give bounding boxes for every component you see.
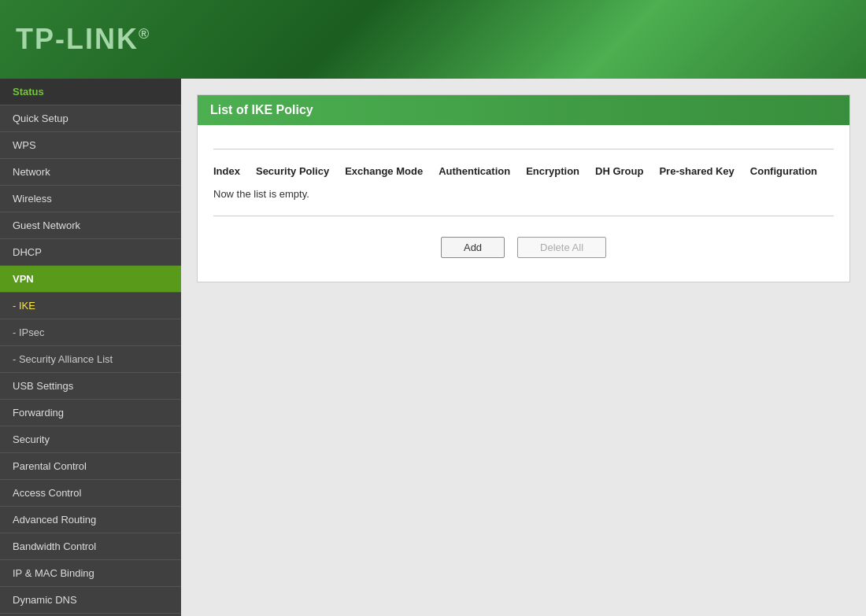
sidebar-item-ipsec[interactable]: - IPsec	[0, 319, 181, 346]
logo-text: TP-LINK	[16, 23, 139, 55]
sidebar-item-status[interactable]: Status	[0, 79, 181, 105]
divider-top	[213, 149, 834, 149]
body: StatusQuick SetupWPSNetworkWirelessGuest…	[0, 79, 866, 616]
col-header-encryption: Encryption	[526, 165, 579, 177]
col-header-security-policy: Security Policy	[256, 165, 329, 177]
logo: TP-LINK®	[16, 23, 150, 56]
sidebar-item-wps[interactable]: WPS	[0, 132, 181, 159]
sidebar-item-usb-settings[interactable]: USB Settings	[0, 373, 181, 400]
main-content: RetupoRouter.com List of IKE Policy Inde…	[181, 79, 866, 616]
page-title: List of IKE Policy	[198, 95, 849, 125]
sidebar: StatusQuick SetupWPSNetworkWirelessGuest…	[0, 79, 181, 616]
table-header: IndexSecurity PolicyExchange ModeAuthent…	[213, 162, 834, 180]
header: TP-LINK®	[0, 0, 866, 79]
col-header-exchange-mode: Exchange Mode	[345, 165, 423, 177]
sidebar-item-dhcp[interactable]: DHCP	[0, 239, 181, 266]
col-header-dh-group: DH Group	[595, 165, 643, 177]
sidebar-item-security-alliance-list[interactable]: - Security Alliance List	[0, 346, 181, 373]
add-button[interactable]: Add	[441, 237, 505, 258]
delete-all-button[interactable]: Delete All	[517, 237, 606, 258]
sidebar-item-parental-control[interactable]: Parental Control	[0, 453, 181, 480]
col-header-index: Index	[213, 165, 240, 177]
sidebar-item-bandwidth-control[interactable]: Bandwidth Control	[0, 533, 181, 560]
button-row: Add Delete All	[213, 229, 834, 266]
empty-message: Now the list is empty.	[213, 188, 834, 200]
sidebar-item-network[interactable]: Network	[0, 159, 181, 186]
sidebar-item-access-control[interactable]: Access Control	[0, 480, 181, 507]
col-header-pre-shared-key: Pre-shared Key	[659, 165, 734, 177]
sidebar-item-ip-mac-binding[interactable]: IP & MAC Binding	[0, 560, 181, 587]
sidebar-item-guest-network[interactable]: Guest Network	[0, 212, 181, 239]
divider-bottom	[213, 216, 834, 216]
col-header-authentication: Authentication	[439, 165, 510, 177]
sidebar-item-quick-setup[interactable]: Quick Setup	[0, 105, 181, 132]
sidebar-item-wireless[interactable]: Wireless	[0, 186, 181, 212]
col-header-configuration: Configuration	[750, 165, 817, 177]
content-area: List of IKE Policy IndexSecurity PolicyE…	[197, 94, 850, 282]
sidebar-item-vpn[interactable]: VPN	[0, 266, 181, 293]
sidebar-item-dynamic-dns[interactable]: Dynamic DNS	[0, 587, 181, 614]
sidebar-item-advanced-routing[interactable]: Advanced Routing	[0, 507, 181, 533]
logo-mark: ®	[139, 26, 150, 42]
sidebar-item-security[interactable]: Security	[0, 426, 181, 453]
sidebar-item-forwarding[interactable]: Forwarding	[0, 400, 181, 426]
content-body: IndexSecurity PolicyExchange ModeAuthent…	[198, 125, 849, 282]
sidebar-item-ike[interactable]: - IKE	[0, 293, 181, 319]
